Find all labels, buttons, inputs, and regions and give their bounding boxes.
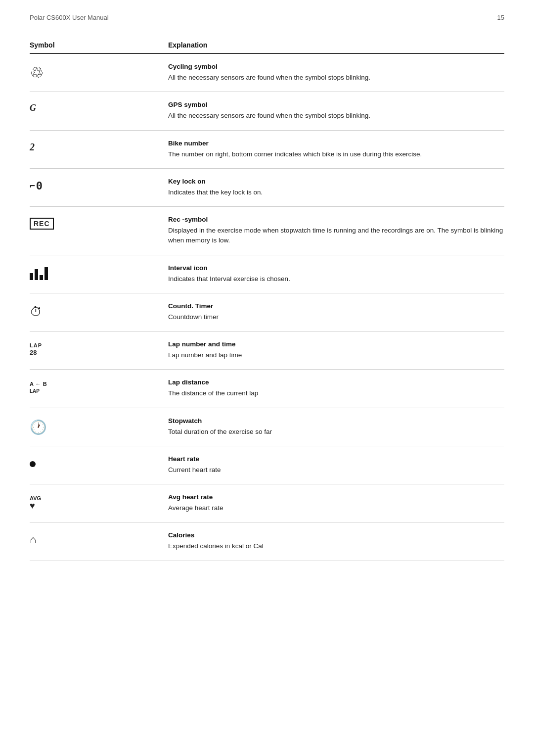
- page-header: Polar CS600X User Manual 15: [0, 0, 534, 21]
- page-number: 15: [497, 14, 504, 21]
- gps-icon: G: [30, 103, 36, 113]
- explanation-cell-rec: Rec -symbol Displayed in the exercise mo…: [168, 216, 504, 246]
- table-row: Interval icon Indicates that Interval ex…: [30, 255, 504, 293]
- explanation-cell-heart-rate: Heart rate Current heart rate: [168, 455, 504, 475]
- symbol-cell-heart-rate: [30, 455, 168, 467]
- table-row: LAP 28 Lap number and time Lap number an…: [30, 331, 504, 370]
- lap-distance-title: Lap distance: [168, 378, 504, 386]
- symbol-cell-calories: ⌂: [30, 531, 168, 546]
- explanation-cell-bike-number: Bike number The number on right, bottom …: [168, 140, 504, 159]
- heart-rate-text: Current heart rate: [168, 465, 504, 475]
- cycling-icon: ♲: [30, 65, 44, 81]
- calories-text: Expended calories in kcal or Cal: [168, 541, 504, 551]
- countdown-icon: ⏱: [30, 304, 43, 320]
- symbol-cell-interval: [30, 264, 168, 280]
- symbol-cell-stopwatch: 🕐: [30, 417, 168, 435]
- explanation-header-label: Explanation: [168, 41, 207, 49]
- document-title: Polar CS600X User Manual: [30, 14, 109, 21]
- interval-icon: [30, 266, 48, 280]
- explanation-cell-avg-heart-rate: Avg heart rate Average heart rate: [168, 493, 504, 513]
- explanation-cell-cycling: Cycling symbol All the necessary sensors…: [168, 63, 504, 83]
- explanation-cell-stopwatch: Stopwatch Total duration of the exercise…: [168, 417, 504, 437]
- heart-rate-icon: [30, 461, 36, 467]
- rec-text: Displayed in the exercise mode when stop…: [168, 226, 504, 246]
- symbol-cell-cycling: ♲: [30, 63, 168, 81]
- explanation-cell-calories: Calories Expended calories in kcal or Ca…: [168, 531, 504, 551]
- interval-text: Indicates that Interval exercise is chos…: [168, 274, 504, 284]
- symbol-cell-key-lock: ⌐0: [30, 178, 168, 192]
- symbol-header-label: Symbol: [30, 41, 55, 49]
- countdown-title: Countd. Timer: [168, 302, 504, 310]
- countdown-text: Countdown timer: [168, 312, 504, 322]
- stopwatch-text: Total duration of the exercise so far: [168, 427, 504, 437]
- symbol-cell-lap-distance: A ← B LAP: [30, 378, 168, 394]
- table-row: ♲ Cycling symbol All the necessary senso…: [30, 54, 504, 92]
- cycling-title: Cycling symbol: [168, 63, 504, 70]
- stopwatch-title: Stopwatch: [168, 417, 504, 425]
- lap-distance-text: The distance of the current lap: [168, 388, 504, 398]
- explanation-cell-lap-number: Lap number and time Lap number and lap t…: [168, 340, 504, 360]
- key-lock-text: Indicates that the key lock is on.: [168, 188, 504, 197]
- symbol-cell-bike-number: 2: [30, 140, 168, 153]
- interval-title: Interval icon: [168, 264, 504, 272]
- gps-text: All the necessary sensors are found when…: [168, 111, 504, 121]
- stopwatch-icon: 🕐: [30, 419, 47, 435]
- symbol-cell-gps: G: [30, 101, 168, 113]
- avg-heart-rate-icon: AVG ♥: [30, 495, 41, 510]
- lap-number-text: Lap number and lap time: [168, 350, 504, 360]
- table-row: 2 Bike number The number on right, botto…: [30, 131, 504, 169]
- explanation-cell-key-lock: Key lock on Indicates that the key lock …: [168, 178, 504, 197]
- table-row: AVG ♥ Avg heart rate Average heart rate: [30, 484, 504, 522]
- table-row: G GPS symbol All the necessary sensors a…: [30, 92, 504, 130]
- rec-icon: REC: [30, 218, 54, 230]
- lap-number-title: Lap number and time: [168, 340, 504, 348]
- table-row: Heart rate Current heart rate: [30, 446, 504, 484]
- table-row: REC Rec -symbol Displayed in the exercis…: [30, 207, 504, 255]
- avg-heart-rate-text: Average heart rate: [168, 503, 504, 513]
- gps-title: GPS symbol: [168, 101, 504, 108]
- symbol-cell-countdown: ⏱: [30, 302, 168, 320]
- explanation-cell-countdown: Countd. Timer Countdown timer: [168, 302, 504, 322]
- table-row: ⏱ Countd. Timer Countdown timer: [30, 293, 504, 331]
- symbol-cell-avg-heart-rate: AVG ♥: [30, 493, 168, 510]
- table-header: Symbol Explanation: [30, 41, 504, 54]
- calories-title: Calories: [168, 531, 504, 539]
- table-row: 🕐 Stopwatch Total duration of the exerci…: [30, 408, 504, 446]
- explanation-cell-lap-distance: Lap distance The distance of the current…: [168, 378, 504, 398]
- avg-heart-rate-title: Avg heart rate: [168, 493, 504, 501]
- table-row: A ← B LAP Lap distance The distance of t…: [30, 370, 504, 408]
- bike-number-text: The number on right, bottom corner indic…: [168, 149, 504, 159]
- key-lock-icon: ⌐0: [30, 180, 43, 192]
- explanation-column-header: Explanation: [168, 41, 504, 49]
- key-lock-title: Key lock on: [168, 178, 504, 185]
- calories-icon: ⌂: [30, 533, 36, 546]
- heart-rate-title: Heart rate: [168, 455, 504, 463]
- table-row: ⌐0 Key lock on Indicates that the key lo…: [30, 169, 504, 207]
- symbol-cell-lap-number: LAP 28: [30, 340, 168, 357]
- symbol-cell-rec: REC: [30, 216, 168, 230]
- rec-title: Rec -symbol: [168, 216, 504, 223]
- bike-number-icon: 2: [30, 142, 35, 153]
- bike-number-title: Bike number: [168, 140, 504, 147]
- explanation-cell-gps: GPS symbol All the necessary sensors are…: [168, 101, 504, 121]
- lap-number-icon: LAP 28: [30, 342, 42, 357]
- table-row: ⌂ Calories Expended calories in kcal or …: [30, 522, 504, 561]
- cycling-text: All the necessary sensors are found when…: [168, 73, 504, 83]
- explanation-cell-interval: Interval icon Indicates that Interval ex…: [168, 264, 504, 284]
- symbol-table: Symbol Explanation ♲ Cycling symbol All …: [0, 41, 534, 581]
- lap-distance-icon: A ← B LAP: [30, 380, 47, 394]
- symbol-column-header: Symbol: [30, 41, 168, 49]
